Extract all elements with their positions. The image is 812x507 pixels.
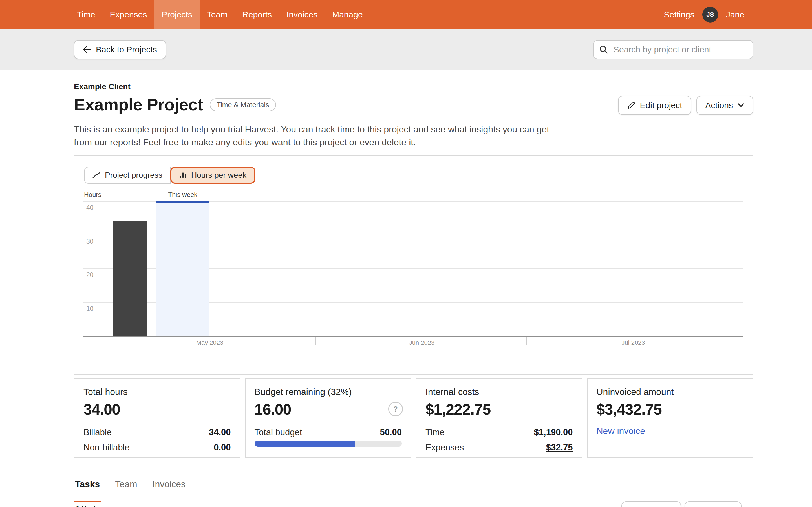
this-week-highlight-column [156, 201, 209, 336]
time-range-dropdown-button[interactable]: All time [621, 501, 681, 507]
title-block: Example Client Example Project Time & Ma… [74, 82, 276, 115]
nav-item-projects[interactable]: Projects [154, 0, 199, 29]
billable-row: Billable 34.00 [84, 425, 231, 440]
search-input[interactable] [612, 44, 747, 55]
y-tick-20: 20 [86, 271, 94, 279]
card-title: Internal costs [425, 386, 573, 397]
actions-button[interactable]: Actions [696, 96, 753, 115]
main-content: Example Client Example Project Time & Ma… [74, 82, 753, 507]
nav-item-team[interactable]: Team [200, 0, 235, 29]
total-hours-value: 34.00 [84, 400, 231, 418]
trend-line-icon [93, 172, 100, 178]
card-title: Uninvoiced amount [597, 386, 744, 397]
card-rows: Total budget 50.00 [255, 425, 402, 440]
new-invoice-link[interactable]: New invoice [597, 426, 645, 436]
row-label: Billable [84, 427, 112, 438]
nav-spacer [370, 0, 664, 29]
bar-chart-icon [179, 172, 187, 179]
search-box [593, 40, 753, 59]
row-value: 50.00 [380, 427, 402, 438]
nav-item-invoices[interactable]: Invoices [279, 0, 325, 29]
budget-progress-fill [255, 441, 355, 447]
toggle-hours-per-week[interactable]: Hours per week [170, 167, 255, 184]
back-to-projects-button[interactable]: Back to Projects [74, 40, 166, 59]
description-line-1: This is an example project to help you t… [74, 123, 753, 136]
card-rows: Time $1,190.00 Expenses $32.75 [425, 425, 573, 455]
y-tick-40: 40 [86, 204, 94, 212]
project-type-badge: Time & Materials [210, 98, 276, 111]
stat-cards-row: Total hours 34.00 Billable 34.00 Non-bil… [74, 378, 753, 458]
expenses-cost-row: Expenses $32.75 [425, 440, 573, 455]
budget-remaining-value: 16.00 [255, 400, 402, 418]
chevron-down-icon [738, 103, 744, 108]
x-label-jul: Jul 2023 [621, 339, 645, 346]
chart-toggle-group: Project progress Hours per week [84, 167, 255, 184]
title-row: Example Client Example Project Time & Ma… [74, 82, 753, 115]
x-label-may: May 2023 [196, 339, 223, 346]
pencil-icon [627, 101, 636, 110]
chart-panel: Project progress Hours per week Hours Th… [74, 156, 753, 375]
project-title-row: Example Project Time & Materials [74, 95, 276, 115]
client-name: Example Client [74, 82, 276, 91]
tab-team[interactable]: Team [114, 479, 138, 503]
budget-progress-bar [255, 441, 402, 447]
hours-bar[interactable] [113, 221, 147, 336]
nav-item-expenses[interactable]: Expenses [103, 0, 154, 29]
edit-project-label: Edit project [640, 101, 682, 110]
card-title: Budget remaining (32%) [255, 386, 402, 397]
row-value: 34.00 [209, 427, 231, 438]
row-label: Time [425, 427, 445, 438]
y-tick-30: 30 [86, 238, 94, 245]
uninvoiced-amount-value: $3,432.75 [597, 400, 744, 418]
toggle-project-progress-label: Project progress [105, 171, 162, 180]
detail-tabs: Tasks Team Invoices [74, 479, 753, 503]
card-uninvoiced-amount: Uninvoiced amount $3,432.75 New invoice [587, 378, 754, 458]
x-axis-tick [315, 337, 316, 345]
title-buttons: Edit project Actions [618, 96, 753, 115]
x-label-jun: Jun 2023 [409, 339, 435, 346]
project-description: This is an example project to help you t… [74, 123, 753, 149]
user-avatar[interactable]: JS [702, 7, 718, 22]
row-label: Total budget [255, 427, 302, 438]
x-axis-tick [526, 337, 527, 345]
hours-per-week-chart: 40 30 20 10 [84, 201, 743, 337]
non-billable-row: Non-billable 0.00 [84, 440, 231, 455]
nav-item-reports[interactable]: Reports [235, 0, 279, 29]
row-label: Non-billable [84, 443, 130, 453]
subheader-bar: Back to Projects [0, 29, 812, 70]
back-to-projects-label: Back to Projects [96, 45, 157, 54]
card-budget-remaining: Budget remaining (32%) 16.00 ? Total bud… [245, 378, 412, 458]
user-name[interactable]: Jane [726, 10, 744, 19]
nav-item-time[interactable]: Time [69, 0, 103, 29]
card-title: Total hours [84, 386, 231, 397]
expenses-amount-link[interactable]: $32.75 [546, 443, 573, 453]
this-week-label: This week [168, 191, 197, 199]
actions-label: Actions [705, 101, 733, 110]
card-rows: Billable 34.00 Non-billable 0.00 [84, 425, 231, 455]
back-arrow-icon [83, 46, 91, 53]
y-axis-title: Hours [84, 191, 101, 199]
tab-invoices[interactable]: Invoices [151, 479, 187, 503]
card-internal-costs: Internal costs $1,222.75 Time $1,190.00 … [416, 378, 582, 458]
export-dropdown-button[interactable]: Export [684, 501, 742, 507]
tab-tasks[interactable]: Tasks [74, 479, 101, 503]
internal-costs-value: $1,222.75 [425, 400, 573, 418]
toggle-hours-per-week-label: Hours per week [191, 171, 246, 180]
row-value: 0.00 [214, 443, 231, 453]
toggle-project-progress[interactable]: Project progress [84, 167, 171, 184]
nav-right: Settings JS Jane [664, 0, 812, 29]
time-cost-row: Time $1,190.00 [425, 425, 573, 440]
nav-item-settings[interactable]: Settings [664, 10, 695, 19]
row-label: Expenses [425, 443, 464, 453]
page-title: Example Project [74, 95, 203, 115]
top-nav: Time Expenses Projects Team Reports Invo… [0, 0, 812, 29]
total-budget-row: Total budget 50.00 [255, 425, 402, 440]
description-line-2: from our reports! Feel free to make any … [74, 136, 753, 149]
nav-item-manage[interactable]: Manage [325, 0, 370, 29]
edit-project-button[interactable]: Edit project [618, 96, 691, 115]
row-value: $1,190.00 [534, 427, 573, 438]
y-tick-10: 10 [86, 305, 94, 313]
card-total-hours: Total hours 34.00 Billable 34.00 Non-bil… [74, 378, 241, 458]
search-icon [599, 45, 608, 54]
help-icon[interactable]: ? [388, 402, 403, 416]
